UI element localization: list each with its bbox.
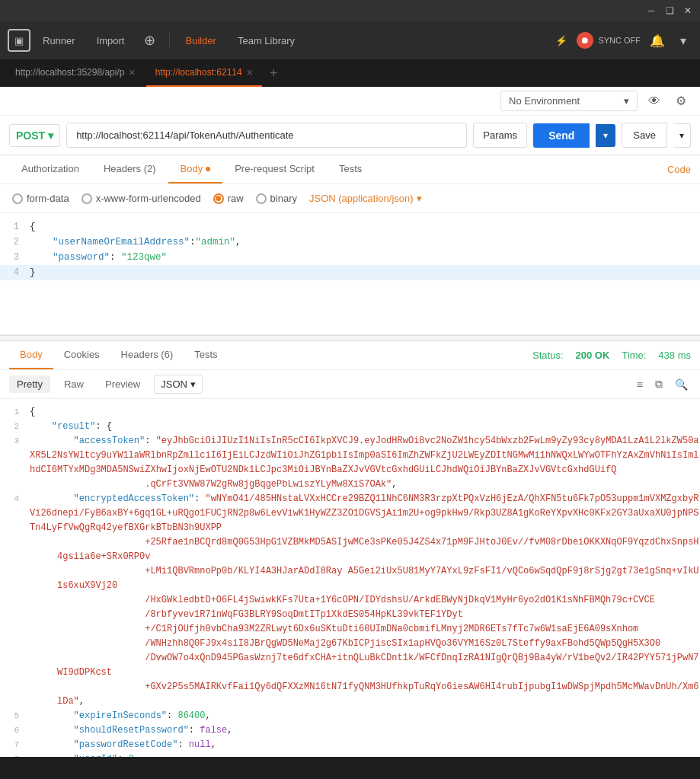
minimize-button[interactable]: ─ [645,5,657,17]
send-dropdown-button[interactable]: ▾ [596,124,615,147]
resp-line-4c: +LMi1QBVRmnoPp0b/KLYI4A3HJarADdI8Ray A5G… [0,564,700,593]
resp-line-4h: /DvwOW7o4xQnD945PGasWznj7te6dfxCHA+itnQL… [0,651,700,680]
raw-option[interactable]: raw [213,193,244,204]
tab-close-1[interactable]: × [247,67,253,78]
restore-button[interactable]: ❑ [663,5,676,17]
raw-format-button[interactable]: Raw [56,375,91,393]
binary-radio[interactable] [256,193,267,204]
interceptor-button[interactable]: ⚡ [549,30,574,51]
line-content-2: "userNameOrEmailAddress":"admin", [27,235,241,250]
resp-tab-headers[interactable]: Headers (6) [110,341,184,369]
method-value: POST [16,129,45,142]
resp-tab-body[interactable]: Body [9,341,53,369]
copy-response-button[interactable]: ⧉ [652,375,666,394]
line-number-1: 1 [0,219,27,235]
resp-tab-cookies[interactable]: Cookies [53,341,110,369]
url-input[interactable] [66,123,467,148]
sync-button[interactable]: ⏺ SYNC OFF [577,32,641,49]
tab-close-0[interactable]: × [129,67,135,78]
send-button[interactable]: Send [533,123,590,148]
request-body-editor[interactable]: 1 { 2 "userNameOrEmailAddress":"admin", … [0,213,700,335]
code-line-2: 2 "userNameOrEmailAddress":"admin", [0,235,700,250]
environment-bar: No Environment ▾ 👁 ⚙ [0,87,700,116]
line-content-4: } [27,265,36,280]
json-format-label: JSON [161,378,187,390]
code-line-3: 3 "password": "123qwe" [0,250,700,265]
line-content-1: { [27,219,36,235]
response-body: 1 { 2 "result": { 3 "accessToken": "eyJh… [0,399,700,757]
team-library-tab[interactable]: Team Library [229,30,304,51]
sidebar-toggle-button[interactable]: ▣ [8,29,30,52]
req-tab-prerequest[interactable]: Pre-request Script [222,155,327,184]
body-dot-indicator [206,167,210,171]
save-dropdown-button[interactable]: ▾ [673,123,691,148]
req-tab-headers[interactable]: Headers (2) [91,155,168,184]
time-label: Time: [622,350,646,361]
json-chevron-icon: ▾ [417,193,422,204]
pretty-format-button[interactable]: Pretty [9,375,50,393]
resp-tab-tests[interactable]: Tests [184,341,228,369]
import-button[interactable]: Import [88,30,134,51]
req-tab-tests[interactable]: Tests [327,155,374,184]
resp-line-1: 1 { [0,405,700,420]
binary-option[interactable]: binary [256,193,297,204]
tab-0[interactable]: http://localhost:35298/api/p × [6,59,145,87]
builder-tab[interactable]: Builder [176,30,225,51]
toolbar-separator [169,31,170,49]
url-encoded-option[interactable]: x-www-form-urlencoded [82,193,201,204]
response-status: Status: 200 OK Time: 438 ms [532,350,691,361]
req-tab-authorization[interactable]: Authorization [9,155,91,184]
params-button[interactable]: Params [473,123,527,148]
resp-line-4b: +25Rfae1nBCQrd8mQ0G53HpG1VZBMkMD5ASIjwMC… [0,535,700,564]
sync-indicator: ⏺ [577,32,593,49]
req-tab-body[interactable]: Body [168,155,223,184]
json-format-chevron-icon: ▾ [190,378,196,390]
line-number-3: 3 [0,250,27,265]
json-type-label: JSON (application/json) [309,193,414,204]
sidebar-icon: ▣ [14,35,24,46]
form-data-radio[interactable] [12,193,23,204]
resp-line-4i: +GXv2P5s5MAIRKvfFai1Qy6dQFXXzMN16tN71fyQ… [0,680,700,709]
resp-line-3b: .qCrFt3VNW87W2gRw8jgBqgePbLwiszYLyMw8XiS… [0,477,700,492]
line-number-4: 4 [0,265,27,280]
resp-line-8: 8 "userId": 0, [0,752,700,757]
resp-line-5: 5 "expireInSeconds": 86400, [0,709,700,723]
resp-line-6: 6 "shouldResetPassword": false, [0,723,700,738]
tab-bar: http://localhost:35298/api/p × http://lo… [0,59,700,87]
save-button[interactable]: Save [622,123,667,148]
url-encoded-radio[interactable] [82,193,92,204]
tab-1[interactable]: http://localhost:62114 × [146,59,262,87]
notification-button[interactable]: 🔔 [644,29,671,53]
json-format-select[interactable]: JSON ▾ [154,375,203,394]
resp-line-3: 3 "accessToken": "eyJhbGciOiJIUzI1NiIsIn… [0,434,700,477]
request-tabs: Authorization Headers (2) Body Pre-reque… [0,155,700,184]
url-encoded-label: x-www-form-urlencoded [96,193,201,204]
title-bar: ─ ❑ ✕ [0,0,700,21]
new-tab-button[interactable]: ⊕ [136,29,163,52]
binary-label: binary [270,193,297,204]
resp-line-7: 7 "passwordResetCode": null, [0,738,700,752]
form-data-option[interactable]: form-data [12,193,69,204]
tab-add-button[interactable]: + [264,59,284,87]
eye-button[interactable]: 👁 [644,91,665,111]
method-select[interactable]: POST ▾ [9,124,60,147]
raw-radio[interactable] [213,193,224,204]
tab-url-1: http://localhost:62114 [155,67,242,78]
status-value: 200 OK [576,350,610,361]
time-value: 438 ms [658,350,691,361]
panel-divider [0,335,700,341]
search-response-button[interactable]: 🔍 [672,375,691,394]
json-type-select[interactable]: JSON (application/json) ▾ [309,193,422,204]
gear-button[interactable]: ⚙ [671,91,691,111]
resp-line-4f: +/C1RjOUfjh0vbCha93M2ZRLwyt6Dx6uSKtuDti6… [0,622,700,637]
tab-url-0: http://localhost:35298/api/p [15,67,124,78]
environment-value: No Environment [509,95,580,107]
more-button[interactable]: ▾ [674,29,692,53]
preview-format-button[interactable]: Preview [97,375,148,393]
close-button[interactable]: ✕ [682,5,694,17]
resp-line-2: 2 "result": { [0,420,700,434]
runner-button[interactable]: Runner [34,30,85,51]
environment-select[interactable]: No Environment ▾ [500,91,638,111]
code-link[interactable]: Code [667,155,691,184]
wrap-lines-icon[interactable]: ≡ [634,375,646,394]
